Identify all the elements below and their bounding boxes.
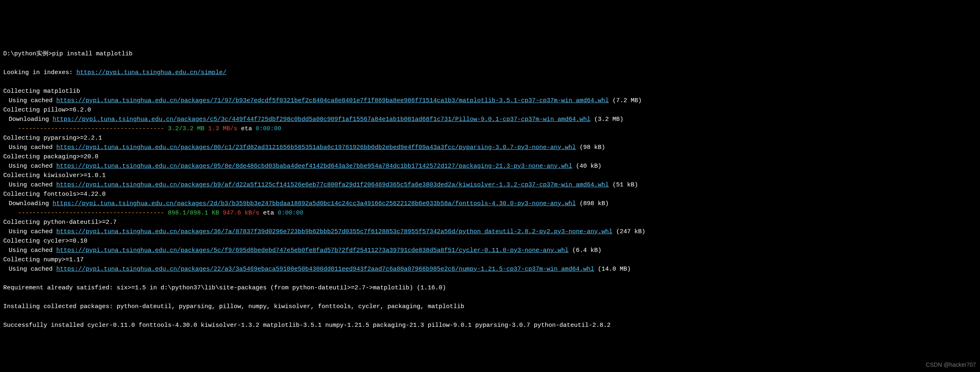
collecting-line: Collecting numpy>=1.17 bbox=[3, 255, 977, 265]
collecting-line: Collecting pyparsing>=2.2.1 bbox=[3, 133, 977, 143]
action-line: Using cached https://pypi.tuna.tsinghua.… bbox=[3, 265, 977, 274]
package-url[interactable]: https://pypi.tuna.tsinghua.edu.cn/packag… bbox=[56, 144, 576, 151]
size-text: (3.2 MB) bbox=[591, 116, 624, 123]
eta-value: 0:00:00 bbox=[278, 210, 303, 217]
size-text: (7.2 MB) bbox=[609, 97, 642, 104]
action-text: Using cached bbox=[9, 182, 56, 188]
collecting-line: Collecting cycler>=0.10 bbox=[3, 236, 977, 246]
collecting-line: Collecting pillow>=6.2.0 bbox=[3, 105, 977, 115]
action-line: Downloading https://pypi.tuna.tsinghua.e… bbox=[3, 199, 977, 208]
package-url[interactable]: https://pypi.tuna.tsinghua.edu.cn/packag… bbox=[56, 266, 594, 273]
action-line: Using cached https://pypi.tuna.tsinghua.… bbox=[3, 180, 977, 190]
index-line: Looking in indexes: https://pypi.tuna.ts… bbox=[3, 68, 977, 77]
action-text: Using cached bbox=[9, 228, 56, 235]
action-text: Using cached bbox=[9, 144, 56, 151]
progress-done: 898.1/898.1 KB bbox=[168, 210, 219, 217]
action-line: Using cached https://pypi.tuna.tsinghua.… bbox=[3, 96, 977, 105]
progress-line: ----------------------------------------… bbox=[3, 208, 977, 218]
success-line: Successfully installed cycler-0.11.0 fon… bbox=[3, 321, 977, 330]
progress-bar: ---------------------------------------- bbox=[18, 125, 168, 132]
prompt-line: D:\python实例>pip install matplotlib bbox=[3, 49, 977, 59]
size-text: (247 kB) bbox=[613, 228, 645, 235]
eta-label: eta bbox=[259, 210, 278, 217]
terminal-output: D:\python实例>pip install matplotlib Looki… bbox=[3, 40, 977, 339]
progress-line: ----------------------------------------… bbox=[3, 124, 977, 133]
size-text: (898 kB) bbox=[576, 200, 609, 207]
eta-value: 0:00:00 bbox=[256, 125, 281, 132]
action-line: Using cached https://pypi.tuna.tsinghua.… bbox=[3, 143, 977, 152]
action-line: Using cached https://pypi.tuna.tsinghua.… bbox=[3, 246, 977, 255]
size-text: (6.4 kB) bbox=[569, 247, 602, 254]
size-text: (40 kB) bbox=[572, 163, 602, 170]
action-text: Downloading bbox=[9, 200, 53, 207]
size-text: (14.0 MB) bbox=[594, 266, 631, 273]
package-url[interactable]: https://pypi.tuna.tsinghua.edu.cn/packag… bbox=[53, 116, 591, 123]
action-text: Using cached bbox=[9, 97, 56, 104]
progress-speed: 947.6 kB/s bbox=[219, 210, 259, 217]
progress-done: 3.2/3.2 MB bbox=[168, 125, 204, 132]
collecting-line: Collecting packaging>=20.0 bbox=[3, 152, 977, 162]
progress-speed: 1.3 MB/s bbox=[204, 125, 237, 132]
progress-bar: ---------------------------------------- bbox=[18, 210, 168, 217]
requirement-line: Requirement already satisfied: six>=1.5 … bbox=[3, 283, 977, 293]
action-text: Using cached bbox=[9, 266, 56, 273]
size-text: (98 kB) bbox=[576, 144, 605, 151]
package-url[interactable]: https://pypi.tuna.tsinghua.edu.cn/packag… bbox=[53, 200, 576, 207]
eta-label: eta bbox=[237, 125, 256, 132]
action-line: Using cached https://pypi.tuna.tsinghua.… bbox=[3, 227, 977, 236]
action-text: Using cached bbox=[9, 247, 56, 254]
collecting-line: Collecting python-dateutil>=2.7 bbox=[3, 218, 977, 227]
package-url[interactable]: https://pypi.tuna.tsinghua.edu.cn/packag… bbox=[56, 247, 569, 254]
package-url[interactable]: https://pypi.tuna.tsinghua.edu.cn/packag… bbox=[56, 228, 613, 235]
size-text: (51 kB) bbox=[609, 182, 638, 188]
collecting-line: Collecting matplotlib bbox=[3, 87, 977, 96]
action-text: Using cached bbox=[9, 163, 56, 170]
watermark: CSDN @hacker707 bbox=[926, 360, 976, 370]
package-url[interactable]: https://pypi.tuna.tsinghua.edu.cn/packag… bbox=[56, 182, 609, 188]
package-url[interactable]: https://pypi.tuna.tsinghua.edu.cn/packag… bbox=[56, 163, 572, 170]
collecting-line: Collecting kiwisolver>=1.0.1 bbox=[3, 171, 977, 180]
collecting-line: Collecting fonttools>=4.22.0 bbox=[3, 190, 977, 199]
index-url[interactable]: https://pypi.tuna.tsinghua.edu.cn/simple… bbox=[76, 69, 226, 76]
path: D:\python实例> bbox=[3, 50, 52, 57]
installing-line: Installing collected packages: python-da… bbox=[3, 302, 977, 311]
action-line: Downloading https://pypi.tuna.tsinghua.e… bbox=[3, 115, 977, 124]
package-url[interactable]: https://pypi.tuna.tsinghua.edu.cn/packag… bbox=[56, 97, 609, 104]
command: pip install matplotlib bbox=[52, 50, 133, 57]
action-line: Using cached https://pypi.tuna.tsinghua.… bbox=[3, 162, 977, 171]
action-text: Downloading bbox=[9, 116, 53, 123]
